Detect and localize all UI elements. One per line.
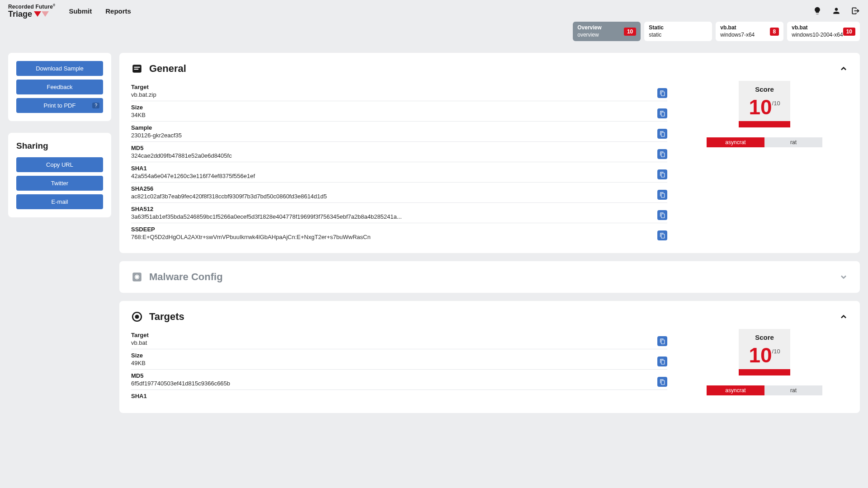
feedback-button[interactable]: Feedback: [16, 80, 103, 94]
target-icon: [131, 311, 143, 323]
field-value: 3a63f51ab1ef35bda5246859bc1f5266a0ecef5d…: [131, 213, 654, 220]
sidebar: Download Sample Feedback Print to PDF ? …: [8, 53, 111, 217]
chevron-up-icon: [839, 312, 848, 321]
download-sample-button[interactable]: Download Sample: [16, 61, 103, 76]
general-tags: asyncratrat: [707, 137, 822, 147]
email-button[interactable]: E-mail: [16, 194, 103, 209]
tab-score-badge: 10: [624, 28, 636, 36]
copy-button[interactable]: [657, 230, 667, 240]
field-label: MD5: [131, 372, 654, 379]
user-icon[interactable]: [832, 6, 841, 15]
field-row: Targetvb.bat: [131, 329, 667, 349]
copy-button[interactable]: [657, 357, 667, 366]
field-label: Size: [131, 352, 654, 359]
malware-config-header[interactable]: Malware Config: [131, 271, 848, 283]
tag-asyncrat[interactable]: asyncrat: [707, 385, 764, 395]
sidebar-actions: Download Sample Feedback Print to PDF ?: [8, 53, 111, 121]
field-row: Size49KB: [131, 349, 667, 370]
field-row: SHA1: [131, 390, 667, 403]
tag-rat[interactable]: rat: [764, 137, 822, 147]
malware-config-title: Malware Config: [149, 271, 223, 283]
copy-button[interactable]: [657, 129, 667, 139]
tag-rat[interactable]: rat: [764, 385, 822, 395]
field-label: Target: [131, 84, 654, 90]
field-label: Size: [131, 104, 654, 111]
score-box: Score 10/10: [739, 81, 790, 127]
field-value: 324cae2dd09fb47881e52a0e6d8405fc: [131, 152, 654, 159]
field-row: SHA256ac821c02af3b7eab9fec420f8f318ccbf9…: [131, 183, 667, 203]
tab-windows7-x64[interactable]: vb.batwindows7-x648: [716, 22, 783, 41]
tab-score-badge: 8: [770, 28, 779, 36]
tab-title: vb.bat: [792, 24, 843, 32]
targets-title: Targets: [149, 311, 184, 323]
svg-rect-2: [134, 69, 139, 70]
field-value: 230126-gkr2eacf35: [131, 132, 654, 139]
copy-button[interactable]: [657, 336, 667, 346]
chevron-up-icon: [839, 64, 848, 73]
field-value: 42a554a6e047e1260c3e116f74ef8375f556e1ef: [131, 173, 654, 179]
logo-text-1: Recorded Future®: [8, 4, 55, 10]
field-label: SSDEEP: [131, 226, 654, 233]
field-label: SHA1: [131, 165, 654, 172]
score-label: Score: [739, 85, 790, 93]
logout-icon[interactable]: [851, 6, 860, 15]
copy-button[interactable]: [657, 149, 667, 159]
tab-overview[interactable]: Overviewoverview10: [573, 22, 641, 41]
field-label: MD5: [131, 145, 654, 151]
field-label: SHA512: [131, 206, 654, 212]
field-row: MD5324cae2dd09fb47881e52a0e6d8405fc: [131, 142, 667, 162]
chevron-down-icon: [839, 272, 848, 282]
copy-button[interactable]: [657, 169, 667, 179]
general-header[interactable]: General: [131, 63, 848, 75]
field-row: SSDEEP768:E+Q5D2dHgOLA2AXtr+swVmVPbuuIkr…: [131, 223, 667, 243]
field-row: Size34KB: [131, 101, 667, 122]
field-row: Sample230126-gkr2eacf35: [131, 122, 667, 142]
virus-icon: [131, 271, 143, 283]
score-value: 10/10: [739, 93, 790, 121]
copy-button[interactable]: [657, 190, 667, 200]
logo[interactable]: Recorded Future® Triage: [8, 4, 55, 18]
field-value: 768:E+Q5D2dHgOLA2AXtr+swVmVPbuuIkrrwk4lG…: [131, 234, 654, 240]
score-label: Score: [739, 333, 790, 341]
targets-header[interactable]: Targets: [131, 311, 848, 323]
general-panel: General Targetvb.bat.zipSize34KBSample23…: [119, 53, 860, 253]
targets-panel: Targets Targetvb.batSize49KBMD56f5df1977…: [119, 301, 860, 413]
logo-triangle-icon: [34, 11, 49, 17]
twitter-button[interactable]: Twitter: [16, 176, 103, 191]
copy-button[interactable]: [657, 108, 667, 118]
malware-config-panel: Malware Config: [119, 261, 860, 293]
field-value: 49KB: [131, 360, 654, 366]
svg-point-5: [136, 315, 139, 319]
copy-url-button[interactable]: Copy URL: [16, 157, 103, 172]
field-value: vb.bat.zip: [131, 91, 654, 98]
copy-button[interactable]: [657, 210, 667, 220]
copy-button[interactable]: [657, 88, 667, 98]
tab-score-badge: 10: [843, 28, 855, 36]
print-pdf-button[interactable]: Print to PDF ?: [16, 98, 103, 113]
tab-subtitle: windows10-2004-x64: [792, 32, 843, 39]
score-value: 10/10: [739, 341, 790, 369]
sharing-heading: Sharing: [16, 141, 103, 151]
sidebar-sharing: Sharing Copy URL Twitter E-mail: [8, 133, 111, 217]
tab-title: Static: [649, 24, 664, 32]
field-label: SHA1: [131, 393, 667, 399]
list-icon: [131, 63, 143, 75]
tab-title: Overview: [577, 24, 601, 32]
keyboard-hint: ?: [92, 103, 99, 108]
nav-submit[interactable]: Submit: [69, 7, 92, 15]
field-label: Sample: [131, 124, 654, 131]
tab-windows10-2004-x64[interactable]: vb.batwindows10-2004-x6410: [787, 22, 860, 41]
field-value: vb.bat: [131, 339, 654, 346]
copy-button[interactable]: [657, 377, 667, 387]
tab-static[interactable]: Staticstatic: [644, 22, 712, 41]
field-value: ac821c02af3b7eab9fec420f8f318ccbf9309f7b…: [131, 193, 654, 200]
tab-title: vb.bat: [720, 24, 755, 32]
lightbulb-icon[interactable]: [813, 6, 822, 15]
score-bar: [739, 369, 790, 375]
tag-asyncrat[interactable]: asyncrat: [707, 137, 764, 147]
tab-subtitle: windows7-x64: [720, 32, 755, 39]
score-bar: [739, 121, 790, 127]
nav-reports[interactable]: Reports: [105, 7, 131, 15]
score-box: Score 10/10: [739, 329, 790, 375]
analysis-tabs: Overviewoverview10Staticstaticvb.batwind…: [0, 22, 868, 45]
